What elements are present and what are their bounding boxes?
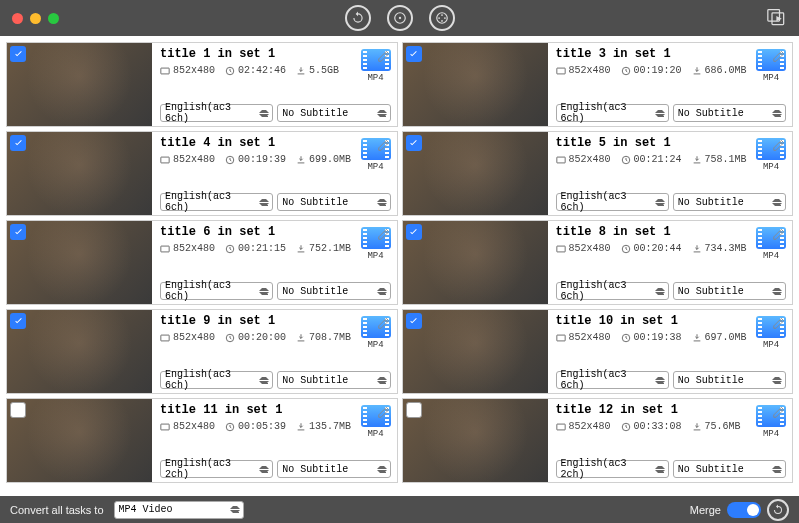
svg-rect-21 bbox=[161, 335, 169, 341]
resolution-icon bbox=[160, 333, 170, 343]
thumbnail[interactable] bbox=[7, 310, 152, 393]
task-row: title 9 in set 1 852x480 00:20:00 708.7M… bbox=[6, 309, 398, 394]
edit-button[interactable] bbox=[377, 49, 391, 66]
edit-button[interactable] bbox=[772, 405, 786, 422]
minimize-button[interactable] bbox=[30, 13, 41, 24]
footer: Convert all tasks to MP4 Video Merge bbox=[0, 496, 799, 523]
edit-button[interactable] bbox=[377, 138, 391, 155]
playlist-icon[interactable] bbox=[767, 8, 787, 29]
subtitle-select[interactable]: No Subtitle bbox=[673, 104, 786, 122]
audio-track-select[interactable]: English(ac3 2ch) bbox=[160, 460, 273, 478]
task-row: title 4 in set 1 852x480 00:19:39 699.0M… bbox=[6, 131, 398, 216]
thumbnail[interactable] bbox=[403, 221, 548, 304]
subtitle-select[interactable]: No Subtitle bbox=[277, 104, 390, 122]
edit-button[interactable] bbox=[772, 227, 786, 244]
select-checkbox[interactable] bbox=[10, 135, 26, 151]
refresh-tab[interactable] bbox=[345, 5, 371, 31]
resolution-icon bbox=[556, 244, 566, 254]
resolution-icon bbox=[556, 422, 566, 432]
download-icon bbox=[296, 66, 306, 76]
movie-tab[interactable] bbox=[429, 5, 455, 31]
svg-rect-27 bbox=[556, 424, 564, 430]
audio-track-select[interactable]: English(ac3 6ch) bbox=[160, 371, 273, 389]
resolution-icon bbox=[160, 66, 170, 76]
svg-rect-17 bbox=[161, 246, 169, 252]
subtitle-select[interactable]: No Subtitle bbox=[673, 282, 786, 300]
resolution-icon bbox=[160, 244, 170, 254]
download-icon bbox=[296, 333, 306, 343]
audio-track-select[interactable]: English(ac3 6ch) bbox=[556, 193, 669, 211]
edit-button[interactable] bbox=[772, 316, 786, 333]
subtitle-select[interactable]: No Subtitle bbox=[277, 460, 390, 478]
close-button[interactable] bbox=[12, 13, 23, 24]
thumbnail[interactable] bbox=[7, 221, 152, 304]
download-icon bbox=[692, 66, 702, 76]
thumbnail[interactable] bbox=[403, 399, 548, 482]
subtitle-select[interactable]: No Subtitle bbox=[277, 371, 390, 389]
clock-icon bbox=[621, 333, 631, 343]
audio-track-select[interactable]: English(ac3 6ch) bbox=[160, 282, 273, 300]
edit-button[interactable] bbox=[772, 49, 786, 66]
select-checkbox[interactable] bbox=[406, 46, 422, 62]
edit-button[interactable] bbox=[377, 316, 391, 333]
audio-track-select[interactable]: English(ac3 6ch) bbox=[160, 104, 273, 122]
svg-point-4 bbox=[438, 17, 440, 19]
svg-rect-9 bbox=[161, 68, 169, 74]
audio-track-select[interactable]: English(ac3 6ch) bbox=[556, 371, 669, 389]
subtitle-select[interactable]: No Subtitle bbox=[673, 460, 786, 478]
select-checkbox[interactable] bbox=[10, 402, 26, 418]
task-meta: 852x480 00:19:39 699.0MB bbox=[160, 154, 391, 165]
output-format-select[interactable]: MP4 Video bbox=[114, 501, 244, 519]
select-checkbox[interactable] bbox=[10, 224, 26, 240]
svg-rect-15 bbox=[556, 157, 564, 163]
clock-icon bbox=[621, 66, 631, 76]
merge-toggle[interactable] bbox=[727, 502, 761, 518]
audio-track-select[interactable]: English(ac3 6ch) bbox=[556, 104, 669, 122]
edit-button[interactable] bbox=[377, 227, 391, 244]
thumbnail[interactable] bbox=[403, 43, 548, 126]
disc-tab[interactable] bbox=[387, 5, 413, 31]
subtitle-select[interactable]: No Subtitle bbox=[277, 193, 390, 211]
thumbnail[interactable] bbox=[403, 310, 548, 393]
titlebar bbox=[0, 0, 799, 36]
audio-track-select[interactable]: English(ac3 6ch) bbox=[160, 193, 273, 211]
clock-icon bbox=[621, 244, 631, 254]
clock-icon bbox=[621, 155, 631, 165]
audio-track-select[interactable]: English(ac3 6ch) bbox=[556, 282, 669, 300]
thumbnail[interactable] bbox=[7, 399, 152, 482]
subtitle-select[interactable]: No Subtitle bbox=[673, 193, 786, 211]
maximize-button[interactable] bbox=[48, 13, 59, 24]
download-icon bbox=[692, 244, 702, 254]
select-checkbox[interactable] bbox=[406, 402, 422, 418]
resolution-icon bbox=[556, 155, 566, 165]
subtitle-select[interactable]: No Subtitle bbox=[277, 282, 390, 300]
task-title: title 11 in set 1 bbox=[160, 403, 391, 417]
select-checkbox[interactable] bbox=[406, 224, 422, 240]
svg-point-1 bbox=[398, 17, 400, 19]
subtitle-select[interactable]: No Subtitle bbox=[673, 371, 786, 389]
task-row: title 12 in set 1 852x480 00:33:08 75.6M… bbox=[402, 398, 794, 483]
select-checkbox[interactable] bbox=[10, 46, 26, 62]
thumbnail[interactable] bbox=[403, 132, 548, 215]
task-row: title 3 in set 1 852x480 00:19:20 686.0M… bbox=[402, 42, 794, 127]
thumbnail[interactable] bbox=[7, 43, 152, 126]
svg-rect-23 bbox=[556, 335, 564, 341]
edit-button[interactable] bbox=[772, 138, 786, 155]
clock-icon bbox=[225, 155, 235, 165]
mode-tabs bbox=[345, 5, 455, 31]
clock-icon bbox=[225, 66, 235, 76]
start-convert-button[interactable] bbox=[767, 499, 789, 521]
select-checkbox[interactable] bbox=[10, 313, 26, 329]
thumbnail[interactable] bbox=[7, 132, 152, 215]
svg-rect-19 bbox=[556, 246, 564, 252]
task-title: title 4 in set 1 bbox=[160, 136, 391, 150]
audio-track-select[interactable]: English(ac3 2ch) bbox=[556, 460, 669, 478]
edit-button[interactable] bbox=[377, 405, 391, 422]
download-icon bbox=[296, 244, 306, 254]
select-checkbox[interactable] bbox=[406, 313, 422, 329]
convert-label: Convert all tasks to bbox=[10, 504, 104, 516]
task-title: title 6 in set 1 bbox=[160, 225, 391, 239]
resolution-icon bbox=[160, 155, 170, 165]
task-title: title 8 in set 1 bbox=[556, 225, 787, 239]
select-checkbox[interactable] bbox=[406, 135, 422, 151]
